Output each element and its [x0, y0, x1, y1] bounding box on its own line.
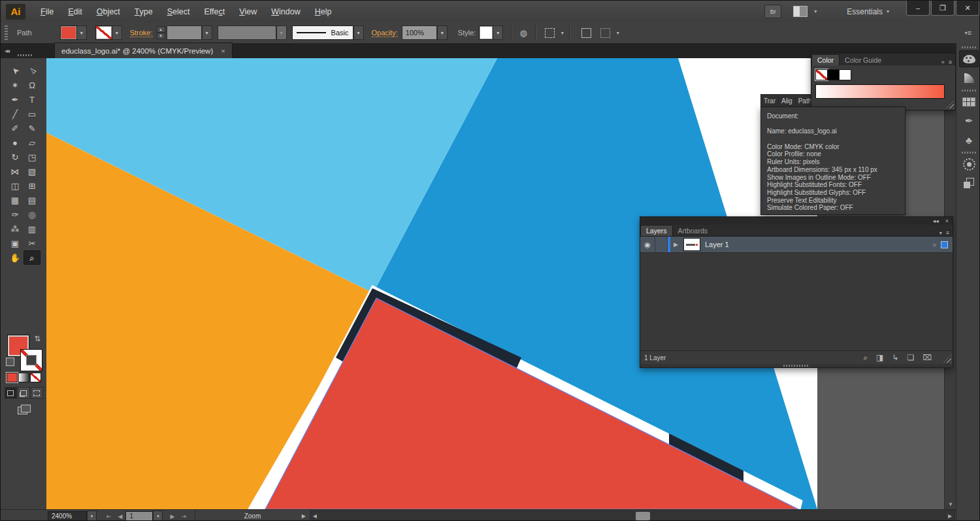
- shape-builder-tool[interactable]: ◫: [7, 178, 24, 193]
- close-panel-icon[interactable]: ×: [945, 218, 949, 224]
- lasso-tool[interactable]: Ω: [24, 78, 41, 92]
- draw-inside-mode-button[interactable]: [31, 387, 43, 399]
- line-segment-tool[interactable]: ╱: [7, 107, 24, 121]
- menu-window[interactable]: Window: [264, 1, 307, 22]
- document-tab[interactable]: educlass_logo.ai* @ 2400% (CMYK/Preview)…: [54, 42, 233, 58]
- layer-name[interactable]: Layer 1: [705, 241, 932, 248]
- isolate-selected-object-icon[interactable]: [545, 28, 555, 38]
- rotate-tool[interactable]: ↻: [7, 150, 24, 164]
- white-swatch[interactable]: [840, 70, 851, 80]
- new-sublayer-icon[interactable]: ↳: [892, 353, 898, 362]
- stroke-label[interactable]: Stroke:: [130, 29, 153, 37]
- horizontal-scrollbar[interactable]: ◀ ▶: [310, 510, 955, 521]
- eraser-tool[interactable]: ▱: [24, 135, 41, 150]
- collapse-toolbar-icon[interactable]: ◂◂: [5, 47, 8, 54]
- none-swatch[interactable]: [816, 70, 827, 80]
- chevron-down-icon[interactable]: ▾: [814, 8, 817, 14]
- color-mode-swatch[interactable]: [7, 373, 17, 382]
- new-layer-icon[interactable]: ❏: [907, 353, 914, 362]
- expand-panel-icon[interactable]: »: [941, 59, 945, 65]
- color-panel-icon[interactable]: [959, 50, 979, 67]
- gradient-tool[interactable]: ▤: [24, 193, 41, 207]
- fill-dropdown-button[interactable]: ▾: [76, 25, 87, 40]
- symbol-sprayer-tool[interactable]: ⁂: [7, 222, 24, 236]
- stroke-weight-field[interactable]: [167, 25, 202, 40]
- selection-indicator[interactable]: [941, 242, 947, 248]
- appearance-panel-icon[interactable]: [959, 156, 979, 173]
- scroll-left-icon[interactable]: ◀: [310, 513, 319, 519]
- align-bounds-icon[interactable]: [581, 28, 591, 38]
- menu-object[interactable]: Object: [90, 1, 127, 22]
- menu-select[interactable]: Select: [160, 1, 197, 22]
- zoom-tool[interactable]: ⌕: [24, 250, 41, 265]
- next-artboard-icon[interactable]: ▶: [167, 513, 178, 520]
- zoom-level-field[interactable]: 2400%: [48, 511, 87, 521]
- draw-normal-mode-button[interactable]: [5, 387, 17, 399]
- collapse-panel-icon[interactable]: ◂◂: [933, 218, 939, 224]
- recolor-artwork-icon[interactable]: ◍: [519, 28, 527, 38]
- brush-dropdown[interactable]: ▾: [353, 25, 364, 40]
- dock-gripper[interactable]: [962, 90, 976, 92]
- perspective-grid-tool[interactable]: ⊞: [24, 178, 41, 193]
- dock-gripper[interactable]: [962, 152, 976, 154]
- width-profile-field[interactable]: [218, 25, 276, 40]
- maximize-button[interactable]: ❐: [931, 1, 955, 16]
- panel-gripper[interactable]: [783, 365, 809, 367]
- style-dropdown[interactable]: ▾: [493, 25, 503, 40]
- width-tool[interactable]: ⋈: [7, 164, 24, 178]
- stroke-color-swatch[interactable]: [96, 26, 112, 39]
- fill-color-swatch[interactable]: [61, 26, 76, 39]
- scroll-right-icon[interactable]: ▶: [945, 513, 955, 519]
- direct-selection-tool[interactable]: ▻: [24, 63, 41, 78]
- last-artboard-icon[interactable]: ⇥: [178, 513, 189, 520]
- opacity-label[interactable]: Opacity:: [372, 29, 398, 37]
- change-screen-mode-button[interactable]: [18, 405, 31, 415]
- menu-view[interactable]: View: [232, 1, 264, 22]
- menu-type[interactable]: Type: [127, 1, 160, 22]
- blend-tool[interactable]: ◎: [24, 207, 41, 222]
- tab-align[interactable]: Alig: [779, 97, 796, 105]
- toolbar-gripper[interactable]: [18, 54, 32, 56]
- default-fill-stroke-icon[interactable]: [6, 358, 14, 366]
- stroke-color-chip[interactable]: [21, 350, 42, 371]
- black-swatch[interactable]: [828, 70, 839, 80]
- scroll-down-icon[interactable]: ▼: [945, 499, 956, 509]
- make-clipping-mask-icon[interactable]: ◨: [876, 353, 883, 362]
- color-guide-panel-icon[interactable]: [959, 69, 979, 86]
- tab-color[interactable]: Color: [811, 54, 840, 65]
- width-profile-dropdown[interactable]: ▾: [276, 25, 287, 40]
- mesh-tool[interactable]: ▦: [7, 193, 24, 207]
- opacity-dropdown[interactable]: ▾: [437, 25, 448, 40]
- panel-resize-grip[interactable]: [943, 355, 951, 363]
- scale-tool[interactable]: ◳: [24, 150, 41, 164]
- menu-help[interactable]: Help: [308, 1, 339, 22]
- bridge-button[interactable]: Br: [764, 5, 781, 18]
- panel-menu-icon[interactable]: ≡: [949, 59, 952, 65]
- close-button[interactable]: ✕: [956, 1, 979, 16]
- expand-layer-icon[interactable]: ▶: [670, 237, 681, 252]
- transparency-panel-icon[interactable]: [959, 175, 979, 192]
- artboard-tool[interactable]: ▣: [7, 236, 24, 250]
- close-tab-icon[interactable]: ×: [221, 47, 225, 55]
- dock-gripper[interactable]: [962, 46, 976, 48]
- symbols-panel-icon[interactable]: ♣: [959, 131, 979, 148]
- pen-tool[interactable]: ✒: [7, 92, 24, 107]
- status-menu-icon[interactable]: ▶: [302, 513, 306, 519]
- transform-options-icon[interactable]: [600, 28, 610, 38]
- layer-row[interactable]: ◉ ▶ Layer 1 ○: [640, 237, 953, 253]
- visibility-eye-icon[interactable]: ◉: [640, 237, 655, 252]
- eyedropper-tool[interactable]: ✑: [7, 207, 24, 222]
- panel-resize-grip[interactable]: [946, 101, 954, 109]
- artboard-dropdown[interactable]: ▾: [153, 511, 163, 521]
- tint-ramp[interactable]: [816, 85, 944, 98]
- previous-artboard-icon[interactable]: ◀: [115, 513, 126, 520]
- tab-layers[interactable]: Layers: [640, 225, 673, 236]
- blob-brush-tool[interactable]: ●: [7, 135, 24, 150]
- draw-behind-mode-button[interactable]: [18, 387, 30, 399]
- stroke-dropdown-button[interactable]: ▾: [112, 25, 122, 40]
- tab-artboards[interactable]: Artboards: [673, 226, 713, 236]
- gradient-mode-swatch[interactable]: [19, 373, 29, 382]
- column-graph-tool[interactable]: ▥: [24, 222, 41, 236]
- panel-menu-icon[interactable]: ≡: [946, 229, 949, 236]
- locate-object-icon[interactable]: ⌕: [863, 353, 868, 362]
